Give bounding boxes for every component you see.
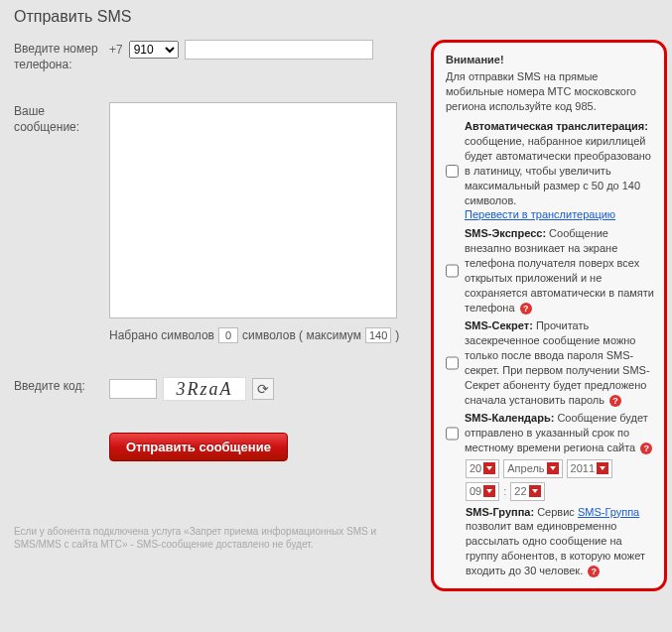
- opt-secret-text: Прочитать засекреченное сообщение можно …: [465, 319, 650, 405]
- help-icon[interactable]: ?: [520, 303, 532, 315]
- chevron-down-icon: [547, 462, 559, 474]
- message-label: Ваше сообщение:: [14, 102, 109, 343]
- chevron-down-icon: [483, 485, 495, 497]
- help-icon[interactable]: ?: [588, 566, 600, 577]
- info-intro: Для отправки SMS на прямые мобильные ном…: [446, 69, 654, 114]
- opt-translit-text: сообщение, набранное кириллицей будет ав…: [465, 135, 651, 205]
- group-pre: Сервис: [537, 506, 578, 518]
- chevron-down-icon: [597, 462, 608, 474]
- captcha-input[interactable]: [109, 379, 157, 399]
- opt-calendar-title: SMS-Календарь:: [465, 412, 554, 424]
- submit-button[interactable]: Отправить сообщение: [109, 433, 288, 461]
- calendar-minute-select[interactable]: 22: [510, 482, 544, 501]
- max-count: 140: [365, 327, 391, 343]
- group-title: SMS-Группа:: [466, 506, 534, 518]
- captcha-image: 3RzaA: [163, 377, 246, 401]
- opt-express-title: SMS-Экспресс:: [465, 227, 546, 239]
- char-counter: Набрано символов 0 символов ( максимум 1…: [109, 327, 415, 343]
- checkbox-transliteration[interactable]: [446, 120, 459, 222]
- calendar-hour-value: 09: [470, 484, 481, 499]
- phone-code-select[interactable]: 910: [129, 41, 179, 59]
- time-separator: :: [503, 484, 506, 499]
- checkbox-secret[interactable]: [446, 319, 459, 407]
- warning-title: Внимание!: [446, 53, 654, 67]
- help-icon[interactable]: ?: [609, 395, 621, 407]
- page-title: Отправить SMS: [14, 8, 667, 26]
- checkbox-calendar[interactable]: [446, 412, 459, 455]
- sms-group-link[interactable]: SMS-Группа: [578, 506, 639, 518]
- calendar-month-value: Апрель: [507, 461, 544, 476]
- captcha-refresh-button[interactable]: ⟳: [252, 378, 274, 400]
- calendar-day-select[interactable]: 20: [466, 459, 499, 478]
- typed-count: 0: [218, 327, 238, 343]
- phone-number-input[interactable]: [185, 40, 373, 60]
- checkbox-express[interactable]: [446, 227, 459, 315]
- opt-secret-title: SMS-Секрет:: [465, 319, 533, 331]
- opt-express-text: Сообщение внезапно возникает на экране т…: [465, 227, 654, 313]
- group-post: позволит вам единовременно рассылать одн…: [466, 520, 645, 576]
- calendar-month-select[interactable]: Апрель: [503, 459, 562, 478]
- calendar-day-value: 20: [470, 461, 481, 476]
- captcha-label: Введите код:: [14, 377, 109, 401]
- info-panel: Внимание! Для отправки SMS на прямые моб…: [431, 40, 667, 591]
- calendar-hour-select[interactable]: 09: [466, 482, 499, 501]
- phone-prefix: +7: [109, 43, 123, 57]
- refresh-icon: ⟳: [257, 381, 269, 397]
- opt-translit-title: Автоматическая транслитерация:: [465, 120, 648, 132]
- help-icon[interactable]: ?: [640, 442, 652, 454]
- calendar-year-value: 2011: [571, 461, 595, 476]
- message-textarea[interactable]: [109, 102, 397, 318]
- transliterate-link[interactable]: Перевести в транслитерацию: [465, 208, 615, 220]
- phone-label: Введите номер телефона:: [14, 40, 109, 72]
- footnote-text: Если у абонента подключена услуга «Запре…: [14, 525, 411, 551]
- max-label-prefix: символов ( максимум: [242, 328, 361, 342]
- sms-form: Введите номер телефона: +7 910 Ваше сооб…: [14, 40, 421, 591]
- typed-label: Набрано символов: [109, 328, 214, 342]
- calendar-year-select[interactable]: 2011: [567, 459, 612, 478]
- chevron-down-icon: [529, 485, 541, 497]
- max-label-suffix: ): [395, 328, 399, 342]
- chevron-down-icon: [483, 462, 495, 474]
- calendar-minute-value: 22: [514, 484, 526, 499]
